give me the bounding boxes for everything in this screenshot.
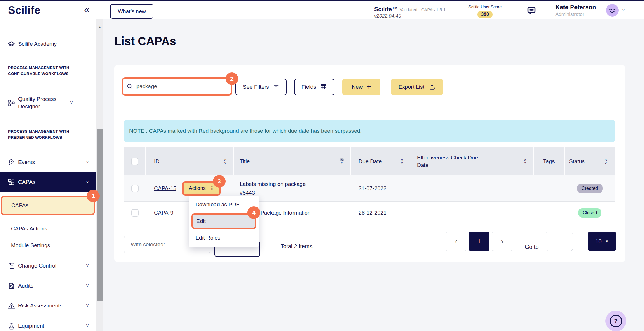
sort-down-icon[interactable]: ˅	[224, 161, 226, 165]
actions-dropdown-menu: Download as PDF Edit 4 Edit Roles	[189, 196, 259, 247]
header-id[interactable]: ID ˄ ˅	[146, 147, 234, 175]
whats-new-button[interactable]: What’s new	[110, 4, 153, 19]
sidebar-collapse-icon[interactable]: «	[84, 5, 90, 15]
scrollbar-thumb[interactable]	[97, 129, 103, 301]
table-grid-icon	[320, 84, 327, 90]
sidebar-item-risk-assessments[interactable]: Risk Assessments ˅	[0, 299, 96, 312]
question-mark-icon: ?	[610, 315, 622, 327]
capa-id-link[interactable]: CAPA-15	[154, 185, 176, 192]
capa-id-link[interactable]: CAPA-9	[154, 210, 173, 216]
sidebar-scrollbar[interactable]: ▲	[96, 19, 103, 331]
header-title[interactable]: Title ˄ ˅	[234, 147, 351, 175]
page-title: List CAPAs	[114, 35, 176, 48]
fields-button[interactable]: Fields	[294, 79, 334, 95]
avatar[interactable]	[606, 4, 619, 17]
annotation-badge-2: 2	[226, 72, 238, 85]
export-list-button[interactable]: Export List	[391, 79, 443, 95]
next-page-button[interactable]: ›	[492, 232, 512, 251]
user-block[interactable]: Kate Peterson Administrator	[555, 4, 596, 17]
chevron-down-icon: ˅	[86, 263, 89, 269]
capa-title-link[interactable]: Package Information	[260, 210, 310, 216]
header-due-date[interactable]: Due Date ˄ ˅	[351, 147, 409, 175]
select-all-checkbox[interactable]	[131, 158, 138, 165]
sort-down-icon[interactable]: ˅	[605, 161, 607, 165]
sidebar-item-module-settings[interactable]: Module Settings	[0, 239, 96, 252]
workflow-icon	[7, 99, 15, 107]
sort-icons[interactable]: ˄ ˅	[224, 158, 226, 165]
user-score-badge: 390	[477, 11, 493, 18]
header-status[interactable]: Status ˄ ˅	[565, 147, 615, 175]
sort-icons[interactable]: ˄ ˅	[605, 158, 607, 165]
version-label: v2022.04.45	[374, 13, 445, 19]
validated-label: Validated - CAPAs 1.5.1	[400, 7, 446, 12]
sort-icons[interactable]: ˄ ˅	[340, 158, 344, 165]
chevron-down-icon: ˅	[86, 159, 89, 165]
see-filters-button[interactable]: See Filters	[235, 79, 287, 95]
goto-page-input[interactable]	[546, 232, 573, 251]
annotation-badge-1: 1	[87, 190, 100, 202]
sidebar-item-scilife-academy[interactable]: Scilife Academy	[0, 37, 96, 51]
page-size-select[interactable]: 10 ▼	[588, 232, 616, 251]
menu-item-edit-roles[interactable]: Edit Roles	[195, 235, 220, 241]
row-checkbox[interactable]	[131, 209, 139, 217]
status-cell: Created	[565, 175, 615, 201]
menu-item-download-pdf[interactable]: Download as PDF	[195, 201, 239, 208]
divider	[0, 255, 96, 255]
sort-down-icon[interactable]: ˅	[341, 161, 343, 165]
user-menu-chevron-icon[interactable]: ˅	[622, 8, 625, 14]
annotation-step2	[122, 77, 232, 96]
chevron-down-icon: ˅	[86, 179, 89, 185]
prev-page-button[interactable]: ‹	[446, 232, 466, 251]
chevron-down-icon: ˅	[86, 323, 89, 329]
capa-title-link[interactable]: Labels missing on package #5443	[240, 180, 315, 197]
sort-down-icon[interactable]: ˅	[401, 161, 403, 165]
section-header-configurable: PROCESS MANAGEMENT WITH CONFIGURABLE WOR…	[8, 65, 89, 77]
user-name: Kate Peterson	[555, 4, 596, 11]
chevron-right-icon: ›	[501, 237, 504, 246]
user-score-block: Scilife User Score 390	[468, 5, 502, 18]
caret-down-icon: ▼	[605, 239, 609, 244]
chevron-down-icon: ˅	[70, 100, 73, 106]
header-effectiveness[interactable]: Effectiveness Check Due Date ˄ ˅	[409, 147, 534, 175]
effectiveness-cell	[409, 175, 534, 201]
tags-cell	[534, 175, 565, 201]
annotation-badge-3: 3	[213, 175, 226, 188]
current-page-button[interactable]: 1	[469, 232, 489, 251]
sidebar-item-equipment[interactable]: Equipment ˅	[0, 319, 96, 331]
sort-down-icon[interactable]: ˅	[524, 161, 526, 165]
annotation-badge-4: 4	[247, 206, 260, 219]
product-version-block: Scilife™Validated - CAPAs 1.5.1 v2022.04…	[374, 6, 445, 19]
sidebar: Scilife Academy PROCESS MANAGEMENT WITH …	[0, 19, 96, 331]
effectiveness-cell	[409, 202, 534, 224]
search-icon	[127, 83, 133, 90]
note-banner: NOTE : CAPAs marked with Red background …	[124, 120, 615, 142]
sidebar-item-quality-process-designer[interactable]: Quality Process Designer ˅	[0, 92, 96, 113]
divider	[0, 58, 96, 58]
app-window: Scilife « What’s new Scilife™Validated -…	[0, 0, 644, 331]
header-tags: Tags	[534, 147, 565, 175]
feedback-chat-icon[interactable]	[526, 5, 537, 16]
search-box[interactable]	[123, 79, 231, 94]
kebab-menu-icon: ⋮	[209, 185, 215, 192]
new-button[interactable]: New +	[342, 79, 380, 95]
row-checkbox[interactable]	[131, 185, 139, 192]
divider	[388, 79, 388, 95]
search-input[interactable]	[136, 83, 218, 90]
sidebar-item-capas-actions[interactable]: CAPAs Actions	[0, 222, 96, 235]
user-role: Administrator	[555, 11, 596, 17]
sort-icons[interactable]: ˄ ˅	[401, 158, 403, 165]
chevron-down-icon: ˅	[86, 283, 89, 289]
sidebar-item-capas[interactable]: CAPAs ˅	[0, 172, 96, 192]
scroll-up-arrow-icon[interactable]: ▲	[96, 25, 103, 28]
row-checkbox-cell	[124, 202, 146, 224]
sidebar-item-events[interactable]: Events ˅	[0, 156, 96, 169]
total-items-label: Total 2 Items	[281, 243, 313, 250]
sidebar-item-audits[interactable]: Audits ˅	[0, 279, 96, 292]
sidebar-item-capas-sub[interactable]: CAPAs	[2, 197, 94, 214]
flask-icon	[7, 322, 15, 330]
menu-item-edit[interactable]: Edit	[193, 215, 255, 228]
user-score-label: Scilife User Score	[468, 5, 502, 9]
sidebar-item-change-control[interactable]: Change Control ˅	[0, 259, 96, 272]
sort-icons[interactable]: ˄ ˅	[524, 158, 526, 165]
help-button[interactable]: ?	[605, 311, 626, 331]
